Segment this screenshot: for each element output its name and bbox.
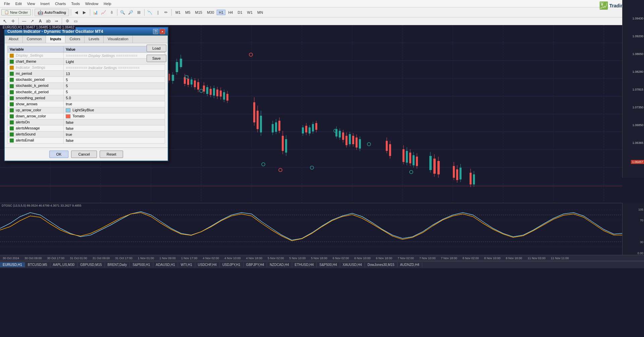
dialog-close-button[interactable]: ✕ [160, 29, 165, 34]
symbol-gbpusd-m15[interactable]: GBPUSD,M15 [77, 262, 105, 267]
symbol-audnzd-h4[interactable]: AUDNZD,H4 [397, 262, 422, 267]
ok-button[interactable]: OK [49, 151, 69, 158]
tf-w1[interactable]: W1 [245, 10, 255, 15]
symbol-gbpjpy-h4[interactable]: GBPJPY,H4 [244, 262, 267, 267]
tab-common[interactable]: Common [23, 36, 46, 43]
reset-button[interactable]: Reset [100, 151, 123, 158]
tf-m5[interactable]: M5 [183, 10, 192, 15]
label-btn[interactable]: ab [45, 17, 52, 25]
symbol-ethusd-h4[interactable]: ETHUSD,H4 [292, 262, 317, 267]
chart-candle-btn[interactable]: 🕯 [108, 9, 115, 16]
symbol-xauusd-h4[interactable]: XAUUSD,H4 [340, 262, 365, 267]
menu-window[interactable]: Window [83, 1, 101, 6]
tab-visualization[interactable]: Visualization [104, 36, 133, 43]
new-order-button[interactable]: 📋 New Order [1, 9, 31, 15]
tab-about[interactable]: About [5, 36, 23, 43]
param-value-down-color[interactable]: Tomato [64, 113, 165, 119]
tf-h1[interactable]: H1 [217, 10, 225, 15]
up-color-swatch [66, 108, 70, 112]
save-button[interactable]: Save [147, 55, 166, 62]
table-row: smoothing_period 5.0 [8, 95, 165, 101]
symbol-nzdcad-h4[interactable]: NZDCAD,H4 [267, 262, 292, 267]
tf-h4[interactable]: H4 [226, 10, 235, 15]
text-btn[interactable]: A [37, 17, 44, 25]
object-btn[interactable]: ✏ [162, 9, 170, 16]
arrow-right-btn[interactable]: ▶ [81, 9, 88, 16]
chart-bar-btn[interactable]: 📊 [92, 9, 99, 16]
symbol-usdjpy-h1[interactable]: USDJPY,H1 [220, 262, 244, 267]
time-label-12: 5 Nov 02:00 [265, 257, 287, 260]
chart-line-btn[interactable]: 📈 [100, 9, 107, 16]
indicator-dialog: Custom Indicator - Dynamic Trader Oscill… [4, 27, 168, 161]
load-button[interactable]: Load [147, 45, 166, 52]
param-value-alerts-on[interactable]: false [64, 119, 165, 125]
menu-view[interactable]: View [24, 1, 38, 6]
param-value-up-color[interactable]: LightSkyBlue [64, 107, 165, 113]
rect-btn[interactable]: ▭ [72, 17, 79, 25]
menubar: File Edit View Insert Charts Tools Windo… [0, 0, 644, 7]
menu-edit[interactable]: Edit [13, 1, 24, 6]
fib-btn[interactable]: Φ [64, 17, 71, 25]
time-label-19: 7 Nov 10:00 [417, 257, 438, 260]
hline-btn[interactable]: — [20, 17, 28, 25]
dialog-help-button[interactable]: ? [153, 29, 158, 34]
param-value-indicator-settings[interactable]: ========== Indicator Settings ========== [64, 65, 165, 71]
time-label-3: 31 Oct 01:00 [67, 257, 90, 260]
param-value-stoch-d[interactable]: 5 [64, 89, 165, 95]
symbol-sp500-h1[interactable]: S&P500,H1 [130, 262, 153, 267]
zoom-out-btn[interactable]: 🔎 [127, 9, 135, 16]
dialog-title: Custom Indicator - Dynamic Trader Oscill… [7, 29, 103, 34]
symbol-eurusd-h1[interactable]: EURUSD,H1 [0, 262, 25, 267]
tf-m1[interactable]: M1 [173, 10, 182, 15]
param-value-alerts-sound[interactable]: true [64, 131, 165, 137]
param-value-mi-period[interactable]: 13 [64, 71, 165, 77]
tab-inputs[interactable]: Inputs [46, 36, 65, 43]
menu-file[interactable]: File [1, 1, 13, 6]
zoom-in-btn[interactable]: 🔍 [119, 9, 126, 16]
menu-insert[interactable]: Insert [38, 1, 52, 6]
oscillator-chart [0, 203, 644, 255]
symbol-adausd-h1[interactable]: ADAUSD,H1 [153, 262, 178, 267]
trend-btn[interactable]: ↗ [29, 17, 36, 25]
price-2: 1.09200 [632, 35, 643, 38]
indicator-btn[interactable]: 📉 [146, 9, 154, 16]
cancel-button[interactable]: Cancel [71, 151, 97, 158]
alerts-email-icon [10, 138, 14, 143]
symbol-aapl-m30[interactable]: AAPL,US,M30 [50, 262, 77, 267]
tab-colors[interactable]: Colors [65, 36, 85, 43]
tf-m15[interactable]: M15 [193, 10, 204, 15]
param-value-show-arrows[interactable]: true [64, 101, 165, 107]
tf-m30[interactable]: M30 [205, 10, 216, 15]
cross-btn[interactable]: ✛ [9, 17, 17, 25]
grid-btn[interactable]: ⊞ [135, 9, 143, 16]
period-sep-btn[interactable]: | [154, 9, 162, 16]
time-label-24: 11 Nov 03:00 [525, 257, 548, 260]
param-value-stoch-period[interactable]: 5 [64, 77, 165, 83]
symbol-dowjones30-m15[interactable]: DowJones30,M15 [365, 262, 397, 267]
param-value-smoothing[interactable]: 5.0 [64, 95, 165, 101]
symbol-wti-h1[interactable]: WTI,H1 [178, 262, 195, 267]
symbol-brent-daily[interactable]: BRENT,Daily [105, 262, 130, 267]
param-value-alerts-msg[interactable]: false [64, 125, 165, 131]
menu-charts[interactable]: Charts [52, 1, 68, 6]
symbol-sp500-h4[interactable]: S&P500,H4 [317, 262, 340, 267]
sep8 [62, 18, 62, 24]
cursor-btn[interactable]: ↖ [1, 17, 9, 25]
table-row: down_arrow_color Tomato [8, 113, 165, 119]
robot-icon: 🤖 [38, 10, 43, 15]
down-color-value: Tomato [72, 114, 85, 118]
arrow-left-btn[interactable]: ◀ [73, 9, 80, 16]
tf-d1[interactable]: D1 [235, 10, 244, 15]
auto-trading-button[interactable]: 🤖 AutoTrading [35, 9, 69, 16]
symbol-usdchf-h4[interactable]: USDCHF,H4 [195, 262, 220, 267]
tf-mn[interactable]: MN [255, 10, 265, 15]
menu-help[interactable]: Help [101, 1, 114, 6]
menu-tools[interactable]: Tools [68, 1, 83, 6]
symbol-btcusd-m5[interactable]: BTCUSD,M5 [25, 262, 50, 267]
chart-theme-icon [10, 60, 14, 64]
param-name-chart-theme: chart_theme [8, 59, 64, 65]
arrow-btn[interactable]: ⇒ [53, 17, 60, 25]
param-value-stoch-k[interactable]: 5 [64, 83, 165, 89]
param-value-alerts-email[interactable]: false [64, 137, 165, 144]
tab-levels[interactable]: Levels [85, 36, 104, 43]
